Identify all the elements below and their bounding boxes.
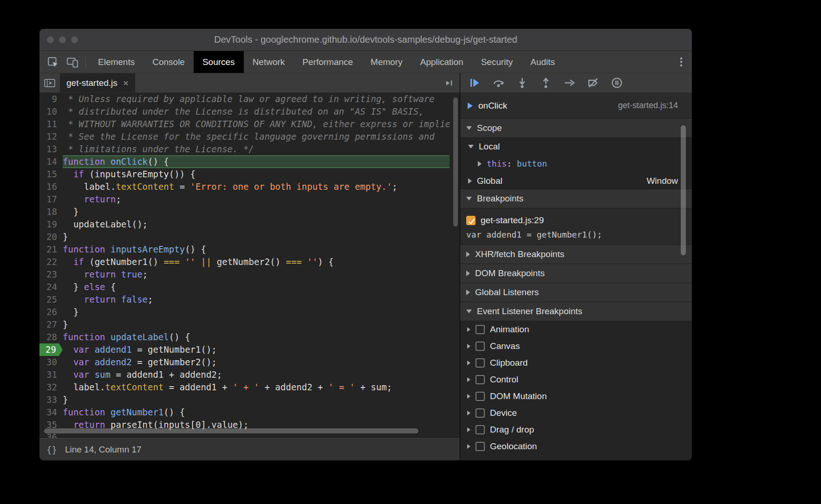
tab-security[interactable]: Security	[472, 51, 522, 73]
section-scope[interactable]: Scope	[460, 118, 692, 138]
line-number-14[interactable]: 14	[39, 155, 63, 168]
code-line-21[interactable]: function inputsAreEmpty() {	[63, 243, 450, 256]
code-line-32[interactable]: label.textContent = addend1 + ' + ' + ad…	[63, 381, 450, 394]
event-category-control[interactable]: Control	[460, 371, 692, 388]
line-number-33[interactable]: 33	[39, 394, 63, 406]
code-line-11[interactable]: * WITHOUT WARRANTIES OR CONDITIONS OF AN…	[63, 118, 450, 130]
line-number-31[interactable]: 31	[39, 368, 63, 381]
line-number-12[interactable]: 12	[39, 130, 63, 143]
line-number-25[interactable]: 25	[39, 293, 63, 306]
breakpoint-entry[interactable]: get-started.js:29var addend1 = getNumber…	[460, 208, 692, 245]
code-line-12[interactable]: * See the License for the specific langu…	[63, 130, 450, 143]
line-number-34[interactable]: 34	[39, 406, 63, 419]
code-line-26[interactable]: }	[63, 306, 450, 318]
tab-memory[interactable]: Memory	[362, 51, 411, 73]
tab-application[interactable]: Application	[411, 51, 472, 73]
code-line-29[interactable]: var addend1 = getNumber1();	[63, 343, 450, 356]
line-number-21[interactable]: 21	[39, 243, 63, 256]
event-category-drag-drop[interactable]: Drag / drop	[460, 421, 692, 438]
zoom-window-button[interactable]	[71, 36, 78, 44]
paused-location[interactable]: get-started.js:14	[618, 101, 684, 110]
line-number-9[interactable]: 9	[39, 93, 63, 105]
navigator-overflow-icon[interactable]	[439, 73, 460, 92]
section-event-listener-breakpoints[interactable]: Event Listener Breakpoints	[460, 302, 692, 321]
code-line-30[interactable]: var addend2 = getNumber2();	[63, 356, 450, 368]
step-icon[interactable]	[563, 77, 575, 89]
code-line-18[interactable]: }	[63, 206, 450, 218]
line-number-16[interactable]: 16	[39, 181, 63, 193]
event-category-checkbox[interactable]	[476, 358, 485, 368]
event-category-checkbox[interactable]	[476, 325, 485, 334]
pretty-print-button[interactable]: {}	[46, 445, 57, 455]
event-category-checkbox[interactable]	[476, 342, 485, 351]
code-line-10[interactable]: * distributed under the License is distr…	[63, 105, 450, 118]
line-number-23[interactable]: 23	[39, 268, 63, 281]
section-xhr-fetch-breakpoints[interactable]: XHR/fetch Breakpoints	[460, 245, 692, 264]
minimize-window-button[interactable]	[59, 36, 66, 44]
code-line-31[interactable]: var sum = addend1 + addend2;	[63, 368, 450, 381]
sidebar-scrollbar[interactable]	[681, 125, 686, 255]
scope-this-row[interactable]: this: button	[460, 155, 692, 172]
code-line-33[interactable]: }	[63, 394, 450, 406]
event-category-geolocation[interactable]: Geolocation	[460, 438, 692, 455]
event-category-dom-mutation[interactable]: DOM Mutation	[460, 388, 692, 405]
code-line-17[interactable]: return;	[63, 193, 450, 206]
section-dom-breakpoints[interactable]: DOM Breakpoints	[460, 264, 692, 283]
tab-audits[interactable]: Audits	[521, 51, 564, 73]
tab-console[interactable]: Console	[143, 51, 194, 73]
close-tab-icon[interactable]: ×	[123, 78, 129, 88]
event-category-checkbox[interactable]	[476, 425, 485, 434]
code-line-27[interactable]: }	[63, 318, 450, 331]
event-category-device[interactable]: Device	[460, 405, 692, 421]
code-editor[interactable]: 9101112131415161718192021222324252627282…	[39, 93, 460, 438]
code-line-16[interactable]: label.textContent = 'Error: one or both …	[63, 181, 450, 193]
code-line-13[interactable]: * limitations under the License. */	[63, 143, 450, 155]
call-frame-row[interactable]: onClick get-started.js:14	[460, 93, 692, 119]
show-navigator-icon[interactable]	[39, 73, 60, 92]
event-category-checkbox[interactable]	[476, 408, 485, 418]
line-number-19[interactable]: 19	[39, 218, 63, 231]
tab-performance[interactable]: Performance	[293, 51, 362, 73]
event-category-checkbox[interactable]	[476, 392, 485, 401]
code-line-14[interactable]: function onClick() {	[63, 155, 450, 168]
titlebar[interactable]: DevTools - googlechrome.github.io/devtoo…	[39, 29, 692, 51]
device-toolbar-icon[interactable]	[63, 51, 82, 73]
editor-horizontal-scrollbar[interactable]	[44, 428, 418, 433]
line-number-30[interactable]: 30	[39, 356, 63, 368]
file-tab[interactable]: get-started.js ×	[60, 73, 135, 92]
scope-global-row[interactable]: Global Window	[460, 172, 692, 189]
step-into-icon[interactable]	[516, 77, 528, 89]
code-line-9[interactable]: * Unless required by applicable law or a…	[63, 93, 450, 105]
step-out-icon[interactable]	[540, 77, 552, 89]
event-category-canvas[interactable]: Canvas	[460, 338, 692, 355]
line-number-13[interactable]: 13	[39, 143, 63, 155]
line-number-26[interactable]: 26	[39, 306, 63, 318]
line-number-27[interactable]: 27	[39, 318, 63, 331]
tab-sources[interactable]: Sources	[194, 51, 244, 73]
code-line-24[interactable]: } else {	[63, 281, 450, 293]
section-breakpoints[interactable]: Breakpoints	[460, 189, 692, 208]
line-number-10[interactable]: 10	[39, 105, 63, 118]
event-category-clipboard[interactable]: Clipboard	[460, 355, 692, 371]
line-number-29[interactable]: 29	[39, 343, 63, 356]
tab-elements[interactable]: Elements	[89, 51, 143, 73]
pause-on-exceptions-icon[interactable]	[611, 77, 623, 89]
editor-vertical-scrollbar[interactable]	[453, 97, 458, 226]
tab-network[interactable]: Network	[244, 51, 294, 73]
code-line-25[interactable]: return false;	[63, 293, 450, 306]
code-line-22[interactable]: if (getNumber1() === '' || getNumber2() …	[63, 256, 450, 268]
code-line-20[interactable]: }	[63, 231, 450, 243]
step-over-icon[interactable]	[492, 77, 504, 89]
line-number-18[interactable]: 18	[39, 206, 63, 218]
more-options-icon[interactable]	[671, 51, 692, 73]
code-line-19[interactable]: updateLabel();	[63, 218, 450, 231]
section-global-listeners[interactable]: Global Listeners	[460, 283, 692, 302]
line-number-15[interactable]: 15	[39, 168, 63, 181]
event-category-checkbox[interactable]	[476, 442, 485, 451]
line-number-32[interactable]: 32	[39, 381, 63, 394]
close-window-button[interactable]	[46, 36, 54, 44]
code-line-34[interactable]: function getNumber1() {	[63, 406, 450, 419]
line-number-22[interactable]: 22	[39, 256, 63, 268]
line-number-24[interactable]: 24	[39, 281, 63, 293]
breakpoint-checkbox[interactable]	[466, 216, 476, 225]
